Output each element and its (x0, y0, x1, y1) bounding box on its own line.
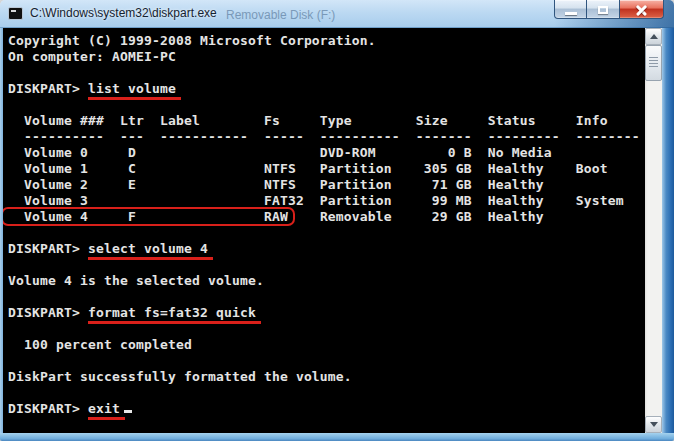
console-line: DISKPART> list volume (8, 81, 645, 97)
minimize-button[interactable] (554, 0, 587, 19)
console-line: ---------- --- ----------- ----- -------… (8, 129, 645, 145)
console-line (8, 353, 645, 369)
console-output[interactable]: Copyright (C) 1999-2008 Microsoft Corpor… (3, 28, 645, 433)
prompt-label: DISKPART> (8, 401, 88, 416)
maximize-icon (598, 6, 608, 14)
console-icon (8, 7, 23, 20)
annotation-box: Volume 4 F RAW (3, 209, 293, 224)
console-line (8, 385, 645, 401)
console-line: Volume 1 C NTFS Partition 305 GB Healthy… (8, 161, 645, 177)
title-bar[interactable]: Removable Disk (F:) C:\Windows\system32\… (0, 0, 674, 28)
prompt-label: DISKPART> (8, 241, 88, 256)
window-title: C:\Windows\system32\diskpart.exe (30, 6, 217, 20)
command-text-annotated: format fs=fat32 quick (88, 305, 261, 324)
console-line: Volume 0 D DVD-ROM 0 B No Media (8, 145, 645, 161)
console-text: Removable 29 GB Healthy (288, 209, 544, 224)
vertical-scrollbar[interactable] (645, 28, 662, 433)
console-line: Volume 3 FAT32 Partition 99 MB Healthy S… (8, 193, 645, 209)
window-border-left[interactable] (0, 28, 3, 433)
chevron-up-icon (650, 34, 658, 39)
prompt-label: DISKPART> (8, 81, 88, 96)
console-line: DiskPart successfully formatted the volu… (8, 369, 645, 385)
command-text-annotated: list volume (88, 81, 181, 100)
scrollbar-down-button[interactable] (645, 416, 662, 433)
console-line: DISKPART> select volume 4 (8, 241, 645, 257)
window-controls (554, 0, 664, 19)
console-line: Volume 4 is the selected volume. (8, 273, 645, 289)
scrollbar-thumb[interactable] (645, 45, 662, 81)
close-icon (635, 5, 648, 16)
chevron-down-icon (650, 422, 658, 427)
console-line: Volume ### Ltr Label Fs Type Size Status… (8, 113, 645, 129)
console-line: 100 percent completed (8, 337, 645, 353)
minimize-icon (565, 12, 577, 15)
window-border-bottom[interactable] (0, 433, 674, 441)
console-line: On computer: AOMEI-PC (8, 49, 645, 65)
console-line: Volume 4 F RAW Removable 29 GB Healthy (8, 209, 645, 225)
text-cursor (124, 410, 132, 413)
console-line: DISKPART> exit (8, 401, 645, 417)
scrollbar-up-button[interactable] (645, 28, 662, 45)
close-button[interactable] (620, 0, 664, 19)
maximize-button[interactable] (587, 0, 620, 19)
prompt-label: DISKPART> (8, 305, 88, 320)
console-line (8, 65, 645, 81)
console-line (8, 289, 645, 305)
console-line (8, 225, 645, 241)
background-window-title: Removable Disk (F:) (226, 8, 335, 22)
command-text-annotated: exit (88, 401, 125, 420)
console-line: Copyright (C) 1999-2008 Microsoft Corpor… (8, 33, 645, 49)
console-line: DISKPART> format fs=fat32 quick (8, 305, 645, 321)
diskpart-window: Removable Disk (F:) C:\Windows\system32\… (0, 0, 674, 441)
window-border-right[interactable] (662, 28, 674, 433)
command-text-annotated: select volume 4 (88, 241, 213, 260)
console-line: Volume 2 E NTFS Partition 71 GB Healthy (8, 177, 645, 193)
